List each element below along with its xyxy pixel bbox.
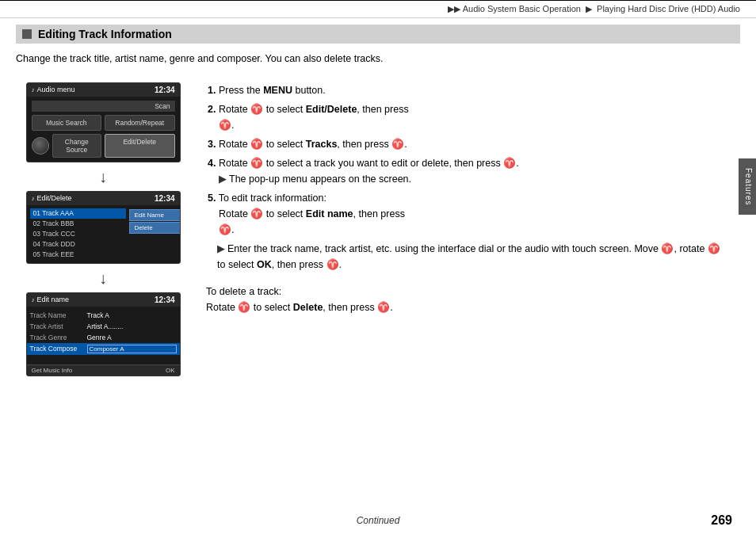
delete-bold: Delete (293, 302, 323, 313)
screen1-title: ♪ Audio menu (32, 86, 75, 93)
breadcrumb-part2: Playing Hard Disc Drive (HDD) Audio (597, 4, 740, 13)
intro-text: Change the track title, artist name, gen… (16, 51, 740, 67)
footer-ok: OK (166, 367, 175, 374)
breadcrumb: ▶▶ Audio System Basic Operation ▶ Playin… (0, 0, 756, 18)
side-tab: Features (739, 158, 756, 215)
screen1-header: ♪ Audio menu 12:34 (27, 83, 180, 97)
track-item-3: 03 Track CCC (30, 229, 126, 239)
arrow-icon-2: ▶ (217, 243, 225, 254)
ok-bold: OK (257, 259, 272, 270)
step4-text: Rotate ♈ to select a track you want to e… (219, 158, 519, 169)
footer-get-music: Get Music Info (32, 367, 73, 374)
arrow-icon-1: ▶ (219, 174, 227, 185)
step2-num: 2. (208, 104, 216, 115)
edit-name-popup-btn: Edit Name (129, 209, 181, 221)
step3-num: 3. (208, 139, 216, 150)
right-column: 1. Press the MENU button. 2. Rotate ♈ to… (190, 82, 724, 376)
field-label-2: Track Artist (30, 322, 84, 330)
screen-audio-menu: ♪ Audio menu 12:34 Scan Music Search Ran… (26, 82, 181, 162)
delete-section: To delete a track: Rotate ♈ to select De… (206, 284, 724, 315)
edit-delete-btn: Edit/Delete (105, 134, 175, 158)
arrow-down-1: ↓ (99, 169, 107, 185)
delete-popup-btn: Delete (129, 222, 181, 234)
random-repeat-btn: Random/Repeat (105, 115, 175, 131)
step-2: 2. Rotate ♈ to select Edit/Delete, then … (206, 101, 724, 133)
field-value-4: Composer A (87, 345, 177, 353)
screen3-title: ♪ Edit name (32, 296, 70, 303)
field-label-1: Track Name (30, 311, 84, 319)
scan-btn: Scan (32, 101, 175, 112)
step-1: 1. Press the MENU button. (206, 82, 724, 98)
step2-bold: Edit/Delete (306, 104, 357, 115)
breadcrumb-chevron: ▶▶ (448, 4, 460, 13)
track-item-5: 05 Track EEE (30, 250, 126, 260)
change-source-btn: Change Source (52, 134, 102, 158)
track-item-1: 01 Track AAA (30, 208, 126, 219)
music-note-icon: ♪ (32, 86, 35, 93)
track-list: 01 Track AAA 02 Track BBB 03 Track CCC 0… (30, 208, 126, 260)
step4-num: 4. (208, 158, 216, 169)
step2-text: Rotate (219, 104, 250, 115)
section-title: Editing Track Information (38, 28, 172, 40)
popup-menu: Edit Name Delete (129, 208, 177, 260)
step5-sub: Rotate ♈ to select (208, 208, 306, 219)
field-value-3: Genre A (87, 334, 112, 341)
screen-edit-delete: ♪ Edit/Delete 12:34 01 Track AAA 02 Trac… (26, 191, 181, 264)
screen2-body: 01 Track AAA 02 Track BBB 03 Track CCC 0… (27, 205, 180, 263)
step4-arrow: ▶The pop-up menu appears on the screen. (208, 171, 724, 187)
field-label-4: Track Compose (30, 345, 84, 353)
field-row-1: Track Name Track A (27, 310, 180, 321)
screen1-time: 12:34 (155, 86, 175, 94)
step1-num: 1. (208, 85, 216, 96)
track-item-4: 04 Track DDD (30, 239, 126, 250)
field-value-1: Track A (87, 311, 110, 319)
section-heading: Editing Track Information (16, 25, 740, 44)
dial-icon (32, 137, 49, 154)
delete-text: Rotate ♈ to select Delete, then press ♈. (206, 299, 724, 315)
step5-num: 5. (208, 193, 216, 204)
field-label-3: Track Genre (30, 334, 84, 341)
step5-symbol: ♈. (208, 224, 234, 235)
screen3-header: ♪ Edit name 12:34 (27, 293, 180, 307)
track-item-2: 02 Track BBB (30, 219, 126, 229)
step-4: 4. Rotate ♈ to select a track you want t… (206, 155, 724, 187)
step1-rest: button. (292, 85, 326, 96)
side-tab-label: Features (744, 168, 753, 205)
field-row-3: Track Genre Genre A (27, 332, 180, 343)
main-content: ♪ Audio menu 12:34 Scan Music Search Ran… (0, 74, 756, 384)
step-5: 5. To edit track information: Rotate ♈ t… (206, 190, 724, 238)
music-search-btn: Music Search (32, 115, 102, 131)
step2-symbol: ♈. (208, 120, 234, 131)
continued-text: Continued (357, 515, 400, 526)
left-column: ♪ Audio menu 12:34 Scan Music Search Ran… (16, 82, 190, 376)
music-note-icon-3: ♪ (32, 296, 35, 303)
screen3-body: Track Name Track A Track Artist Artist A… (27, 307, 180, 364)
step3-bold: Tracks (306, 139, 338, 150)
screen3-footer: Get Music Info OK (27, 364, 180, 376)
page-number: 269 (711, 513, 732, 528)
field-row-2: Track Artist Artist A........ (27, 321, 180, 332)
arrow-down-2: ↓ (99, 270, 107, 286)
screen-edit-name: ♪ Edit name 12:34 Track Name Track A Tra… (26, 292, 181, 376)
breadcrumb-sep: ▶ (586, 4, 592, 13)
screen2-header: ♪ Edit/Delete 12:34 (27, 192, 180, 205)
screen1-menu-grid: Music Search Random/Repeat Change Source… (32, 115, 175, 158)
screen2-title: ♪ Edit/Delete (32, 194, 72, 202)
breadcrumb-part1: Audio System Basic Operation (463, 4, 581, 13)
field-row-4: Track Compose Composer A (27, 343, 180, 355)
screen1-body: Scan Music Search Random/Repeat Change S… (27, 97, 180, 162)
step5-rest: , then press (353, 208, 405, 219)
step5-bold: Edit name (306, 208, 353, 219)
music-note-icon-2: ♪ (32, 195, 35, 202)
step5-text: To edit track information: (219, 193, 326, 204)
field-value-2: Artist A........ (87, 322, 124, 330)
screen3-time: 12:34 (155, 296, 175, 304)
step3-text: Rotate ♈ to select (219, 139, 306, 150)
step5-arrow-block: ▶Enter the track name, track artist, etc… (206, 241, 724, 273)
delete-intro: To delete a track: (206, 284, 724, 299)
change-source-area: Change Source (32, 134, 102, 158)
step1-bold: MENU (263, 85, 292, 96)
section-marker (22, 29, 32, 39)
step-3: 3. Rotate ♈ to select Tracks, then press… (206, 136, 724, 152)
screen2-time: 12:34 (155, 194, 175, 203)
